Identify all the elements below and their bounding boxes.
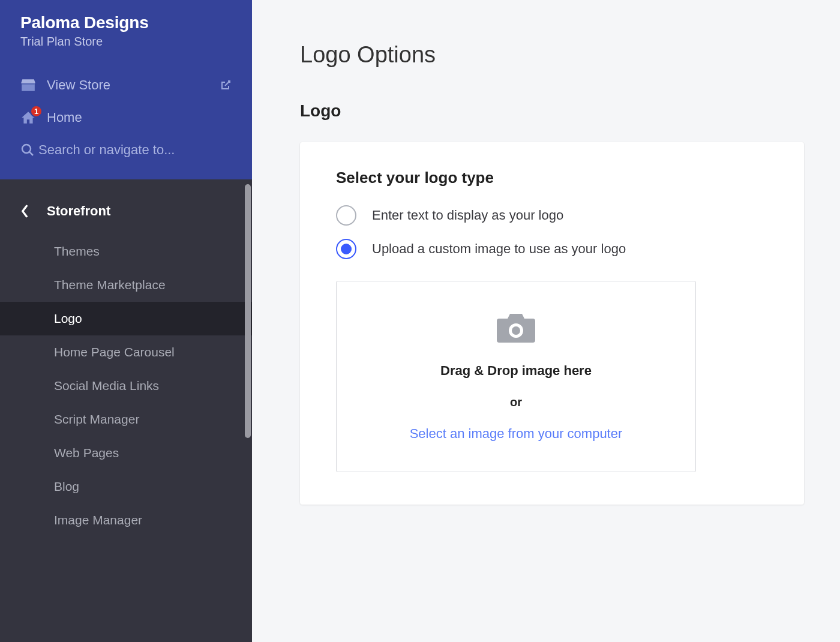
- svg-rect-1: [22, 83, 35, 85]
- sidebar-item-label: Web Pages: [54, 446, 119, 460]
- radio-icon: [336, 205, 356, 226]
- upload-dropzone[interactable]: Drag & Drop image here or Select an imag…: [336, 281, 696, 472]
- store-name: Paloma Designs: [20, 13, 232, 32]
- sidebar-item-web-pages[interactable]: Web Pages: [0, 436, 252, 470]
- svg-point-2: [22, 145, 31, 153]
- search-icon: [20, 143, 35, 157]
- sidebar-item-themes[interactable]: Themes: [0, 235, 252, 268]
- sidebar-item-label: Home Page Carousel: [54, 345, 175, 359]
- home-link[interactable]: Home 1: [20, 101, 232, 134]
- scrollbar[interactable]: [244, 184, 251, 637]
- sidebar-top: Paloma Designs Trial Plan Store View Sto…: [0, 0, 252, 179]
- radio-label: Upload a custom image to use as your log…: [372, 241, 626, 257]
- home-badge: 1: [30, 105, 43, 118]
- sidebar: Paloma Designs Trial Plan Store View Sto…: [0, 0, 252, 642]
- search-row[interactable]: [20, 134, 232, 170]
- sidebar-item-script-manager[interactable]: Script Manager: [0, 403, 252, 436]
- svg-point-5: [512, 326, 520, 335]
- home-label: Home: [47, 110, 82, 125]
- storefront-section-header[interactable]: Storefront: [0, 195, 252, 235]
- sidebar-item-social-media-links[interactable]: Social Media Links: [0, 369, 252, 403]
- sidebar-item-label: Themes: [54, 244, 100, 258]
- sidebar-bottom: Storefront Themes Theme Marketplace Logo…: [0, 179, 252, 642]
- logo-type-card: Select your logo type Enter text to disp…: [300, 142, 804, 505]
- select-image-link[interactable]: Select an image from your computer: [349, 426, 683, 442]
- sidebar-top-nav: View Store Home 1: [20, 69, 232, 170]
- sidebar-item-logo[interactable]: Logo: [0, 302, 252, 335]
- sidebar-item-home-page-carousel[interactable]: Home Page Carousel: [0, 335, 252, 369]
- dnd-text: Drag & Drop image here: [349, 363, 683, 379]
- search-input[interactable]: [38, 142, 232, 158]
- camera-icon: [494, 311, 538, 345]
- sidebar-item-label: Logo: [54, 311, 82, 325]
- sidebar-item-image-manager[interactable]: Image Manager: [0, 503, 252, 537]
- storefront-icon: [20, 78, 47, 92]
- chevron-left-icon: [20, 205, 47, 218]
- radio-label: Enter text to display as your logo: [372, 208, 563, 223]
- sidebar-item-blog[interactable]: Blog: [0, 470, 252, 503]
- view-store-link[interactable]: View Store: [20, 69, 232, 101]
- section-title: Storefront: [47, 203, 110, 219]
- storefront-subnav: Themes Theme Marketplace Logo Home Page …: [0, 235, 252, 537]
- sidebar-item-label: Social Media Links: [54, 379, 159, 392]
- radio-option-text[interactable]: Enter text to display as your logo: [336, 205, 768, 226]
- sidebar-item-label: Blog: [54, 479, 79, 493]
- view-store-label: View Store: [47, 77, 110, 93]
- sidebar-item-theme-marketplace[interactable]: Theme Marketplace: [0, 268, 252, 302]
- scrollbar-thumb[interactable]: [245, 184, 251, 438]
- store-plan: Trial Plan Store: [20, 35, 232, 49]
- external-link-icon: [220, 79, 232, 91]
- page-title: Logo Options: [300, 42, 804, 68]
- sidebar-item-label: Script Manager: [54, 412, 139, 426]
- main-content: Logo Options Logo Select your logo type …: [252, 0, 840, 642]
- radio-option-upload[interactable]: Upload a custom image to use as your log…: [336, 239, 768, 259]
- section-title: Logo: [300, 101, 804, 121]
- card-heading: Select your logo type: [336, 169, 768, 187]
- radio-icon: [336, 239, 356, 259]
- svg-line-3: [29, 152, 33, 155]
- or-text: or: [349, 395, 683, 409]
- sidebar-item-label: Image Manager: [54, 513, 142, 527]
- sidebar-item-label: Theme Marketplace: [54, 278, 166, 292]
